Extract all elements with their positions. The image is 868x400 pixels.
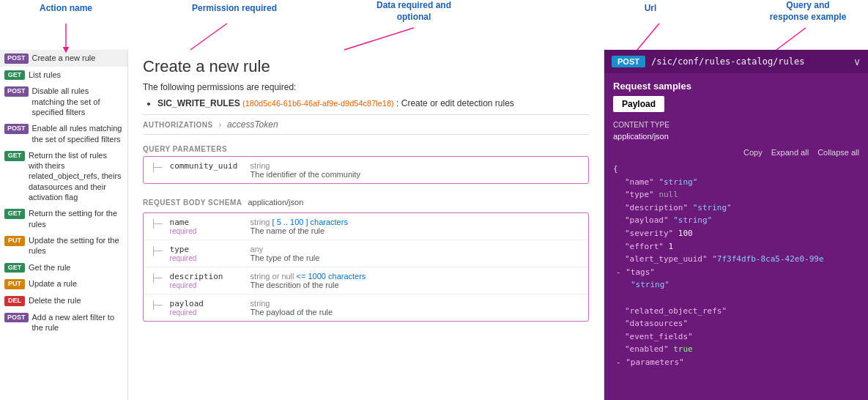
perm-desc: : Create or edit detection rules bbox=[396, 98, 514, 108]
auth-chevron-icon[interactable]: › bbox=[219, 121, 221, 129]
param-tree-icon: ├─ bbox=[151, 163, 163, 171]
param-details-desc: string or null <= 1000 characters The de… bbox=[251, 272, 581, 289]
code-line-payload: "payload" "string" bbox=[613, 214, 859, 227]
api-panel: POST /sic/conf/rules-catalog/rules ∨ Req… bbox=[604, 50, 868, 400]
perm-uuid-val: 180d5c46-61b6-46af-af9e-d9d54c87le18 bbox=[245, 99, 391, 108]
sidebar-label-return-list: Return the list of rules with theirs rel… bbox=[29, 150, 123, 202]
sidebar-item-return-list[interactable]: GET Return the list of rules with theirs… bbox=[0, 147, 127, 205]
method-badge-post: POST bbox=[4, 53, 29, 64]
param-row-community: ├─ community_uuid string The identifier … bbox=[144, 157, 588, 183]
url-chevron-icon[interactable]: ∨ bbox=[853, 56, 861, 67]
page-wrapper: Action name Permission required Data req… bbox=[0, 0, 868, 400]
auth-label: AUTHORIZATIONS bbox=[143, 121, 213, 129]
sidebar-label-update-rule: Update a rule bbox=[29, 278, 77, 289]
param-row-description: ├─ description required string or null <… bbox=[144, 267, 588, 295]
method-badge-del-9: DEL bbox=[4, 296, 25, 306]
permission-list: SIC_WRITE_RULES (180d5c46-61b6-46af-af9e… bbox=[157, 98, 589, 108]
method-badge-post-10: POST bbox=[4, 313, 29, 323]
content-type-value: application/json bbox=[604, 130, 868, 145]
permission-item: SIC_WRITE_RULES (180d5c46-61b6-46af-af9e… bbox=[157, 98, 589, 108]
param-type-name: string [ 5 .. 100 ] characters bbox=[251, 218, 581, 226]
expand-all-action[interactable]: Expand all bbox=[771, 148, 809, 157]
sidebar-item-get-rule[interactable]: GET Get the rule bbox=[0, 259, 127, 276]
code-line-alert-type: "alert_type_uuid" "7f3f4dfb-8ca5-42e0-99… bbox=[613, 253, 859, 266]
sidebar: POST Create a new rule GET List rules PO… bbox=[0, 50, 128, 400]
param-tree-type: ├─ bbox=[151, 246, 163, 255]
sidebar-item-return-setting[interactable]: GET Return the setting for the rules bbox=[0, 205, 127, 232]
param-name-description: description bbox=[170, 272, 243, 281]
param-row-name: ├─ name required string [ 5 .. 100 ] cha… bbox=[144, 213, 588, 240]
code-actions: Copy Expand all Collapse all bbox=[604, 145, 868, 160]
sidebar-label-add-alert-filter: Add a new alert filter to the rule bbox=[32, 312, 123, 333]
code-line-datasources: "datasources" bbox=[613, 317, 859, 330]
method-badge-put-6: PUT bbox=[4, 236, 25, 246]
param-details-type: any The type of the rule bbox=[251, 245, 581, 262]
doc-title: Create a new rule bbox=[143, 57, 589, 76]
method-badge-put-8: PUT bbox=[4, 279, 25, 289]
param-name-payload: payload bbox=[170, 299, 243, 308]
payload-button[interactable]: Payload bbox=[613, 96, 664, 112]
code-line-parameters: - "parameters" bbox=[613, 356, 859, 369]
method-badge-post-3: POST bbox=[4, 124, 29, 134]
param-name-community: community_uuid bbox=[170, 161, 243, 171]
param-name-col-payload: payload required bbox=[170, 299, 243, 316]
code-line-event-fields: "event_fields" bbox=[613, 330, 859, 344]
param-row-type: ├─ type required any The type of the rul… bbox=[144, 240, 588, 267]
query-params-box: ├─ community_uuid string The identifier … bbox=[143, 156, 589, 184]
param-details-community: string The identifier of the community bbox=[251, 161, 581, 179]
sidebar-label-delete-rule: Delete the rule bbox=[29, 295, 81, 305]
sidebar-label-disable-rules: Disable all rules matching the set of sp… bbox=[32, 86, 123, 117]
param-required-desc: required bbox=[170, 281, 243, 289]
sidebar-item-create-rule[interactable]: POST Create a new rule bbox=[0, 50, 127, 67]
param-type-desc: string or null <= 1000 characters bbox=[251, 272, 581, 281]
sidebar-label-enable-rules: Enable all rules matching the set of spe… bbox=[32, 123, 123, 144]
api-url-bar: POST /sic/conf/rules-catalog/rules ∨ bbox=[604, 50, 868, 73]
auth-value: accessToken bbox=[227, 119, 278, 130]
url-path: /sic/conf/rules-catalog/rules bbox=[651, 56, 847, 67]
code-line-effort: "effort" 1 bbox=[613, 240, 859, 253]
schema-header: REQUEST BODY SCHEMA application/json bbox=[143, 191, 589, 212]
param-name-name: name bbox=[170, 218, 243, 227]
param-type-community: string bbox=[251, 161, 581, 170]
code-line-open: { bbox=[613, 163, 859, 176]
code-line-tags: - "tags" bbox=[613, 266, 859, 279]
code-line-blank bbox=[613, 292, 859, 305]
sidebar-item-disable-rules[interactable]: POST Disable all rules matching the set … bbox=[0, 83, 127, 120]
param-desc-payload: The payload of the rule bbox=[251, 308, 581, 316]
method-badge-get-1: GET bbox=[4, 70, 25, 81]
copy-action[interactable]: Copy bbox=[743, 148, 763, 157]
perm-uuid-close: ) bbox=[391, 99, 394, 108]
code-line-type: "type" null bbox=[613, 188, 859, 201]
param-required-payload: required bbox=[170, 308, 243, 316]
method-badge-get-5: GET bbox=[4, 209, 25, 219]
sidebar-item-update-rule[interactable]: PUT Update a rule bbox=[0, 275, 127, 292]
param-required-name: required bbox=[170, 227, 243, 235]
param-tree-desc: ├─ bbox=[151, 273, 163, 282]
param-desc-name: The name of the rule bbox=[251, 226, 581, 235]
url-method-badge: POST bbox=[612, 56, 645, 67]
sidebar-item-list-rules[interactable]: GET List rules bbox=[0, 67, 127, 84]
code-line-related: "related_object_refs" bbox=[613, 305, 859, 318]
content-row: POST Create a new rule GET List rules PO… bbox=[0, 0, 868, 400]
param-name-col-desc: description required bbox=[170, 272, 243, 289]
code-block: { "name" "string" "type" null "descripti… bbox=[604, 160, 868, 377]
sidebar-label-return-setting: Return the setting for the rules bbox=[29, 208, 123, 229]
doc-panel: Create a new rule The following permissi… bbox=[128, 50, 604, 400]
perm-name: SIC_WRITE_RULES bbox=[157, 98, 240, 108]
body-params-box: ├─ name required string [ 5 .. 100 ] cha… bbox=[143, 212, 589, 322]
sidebar-item-add-alert-filter[interactable]: POST Add a new alert filter to the rule bbox=[0, 309, 127, 336]
param-tree-name: ├─ bbox=[151, 219, 163, 228]
sidebar-label-create-rule: Create a new rule bbox=[32, 53, 96, 63]
content-type-label: Content type bbox=[604, 118, 868, 130]
param-required-type: required bbox=[170, 254, 243, 262]
param-details-payload: string The payload of the rule bbox=[251, 299, 581, 316]
sidebar-label-get-rule: Get the rule bbox=[29, 262, 70, 273]
sidebar-item-enable-rules[interactable]: POST Enable all rules matching the set o… bbox=[0, 120, 127, 147]
code-line-description: "description" "string" bbox=[613, 201, 859, 215]
sidebar-item-update-setting[interactable]: PUT Update the setting for the rules bbox=[0, 232, 127, 259]
method-badge-get-7: GET bbox=[4, 263, 25, 273]
code-line-enabled: "enabled" true bbox=[613, 343, 859, 356]
auth-bar: AUTHORIZATIONS › accessToken bbox=[143, 114, 589, 135]
sidebar-item-delete-rule[interactable]: DEL Delete the rule bbox=[0, 292, 127, 309]
collapse-all-action[interactable]: Collapse all bbox=[817, 148, 859, 157]
